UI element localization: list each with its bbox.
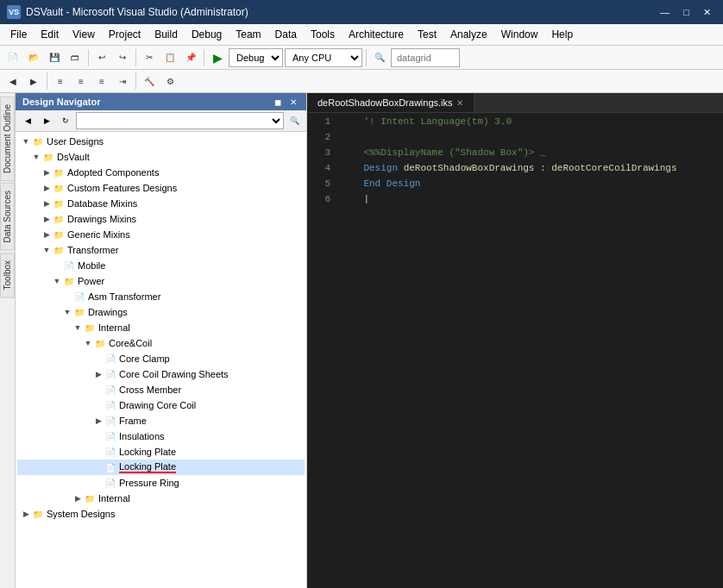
expand-custom-features[interactable]: ▶ xyxy=(41,183,52,193)
expand-drawings[interactable]: ▼ xyxy=(62,307,72,317)
tree-item-frame[interactable]: ▶ 📄 Frame xyxy=(17,413,305,428)
tree-item-custom-features[interactable]: ▶ 📁 Custom Features Designs xyxy=(17,180,305,196)
expand-dsvault[interactable]: ▼ xyxy=(31,152,41,162)
menu-help[interactable]: Help xyxy=(544,26,580,43)
minimize-button[interactable]: — xyxy=(655,7,675,18)
tree-item-drawings[interactable]: ▼ 📁 Drawings xyxy=(17,304,305,320)
nav-forward-btn[interactable]: ▶ xyxy=(38,112,55,129)
tree-view: ▼ 📁 User Designs ▼ 📁 DsVault ▶ 📁 Adopte xyxy=(16,132,306,588)
redo-btn[interactable]: ↪ xyxy=(113,48,132,67)
sidebar-tab-toolbox[interactable]: Toolbox xyxy=(0,253,15,297)
menu-edit[interactable]: Edit xyxy=(34,26,66,43)
editor-content[interactable]: 1 '! Intent Language(tm) 3.0 2 3 <%%Disp… xyxy=(307,113,723,588)
tree-item-dsvault[interactable]: ▼ 📁 DsVault xyxy=(17,149,305,165)
open-btn[interactable]: 📂 xyxy=(24,48,43,67)
tree-item-database-mixins[interactable]: ▶ 📁 Database Mixins xyxy=(17,196,305,211)
sidebar-tab-document-outline[interactable]: Document Outline xyxy=(0,97,15,181)
expand-power[interactable]: ▼ xyxy=(52,276,62,286)
nav-close-button[interactable]: ✕ xyxy=(287,97,299,107)
build-btn[interactable]: 🔨 xyxy=(140,72,159,91)
folder-icon-generic-mixins: 📁 xyxy=(52,228,66,241)
close-button[interactable]: ✕ xyxy=(698,7,716,18)
expand-frame[interactable]: ▶ xyxy=(93,416,104,426)
cut-btn[interactable]: ✂ xyxy=(140,48,159,67)
settings-btn[interactable]: ⚙ xyxy=(160,72,179,91)
tree-item-core-coil-drawing-sheets[interactable]: ▶ 📄 Core Coil Drawing Sheets xyxy=(17,366,305,382)
nav-back-btn[interactable]: ◀ xyxy=(3,72,22,91)
menu-team[interactable]: Team xyxy=(229,26,267,43)
tree-item-drawing-core-coil[interactable]: ▶ 📄 Drawing Core Coil xyxy=(17,397,305,413)
search-input[interactable] xyxy=(391,48,460,67)
expand-system-designs[interactable]: ▶ xyxy=(21,509,31,519)
tree-item-cross-member[interactable]: ▶ 📄 Cross Member xyxy=(17,382,305,397)
expand-database-mixins[interactable]: ▶ xyxy=(41,198,52,209)
tree-item-core-coil[interactable]: ▼ 📁 Core&Coil xyxy=(17,335,305,351)
tree-item-mobile[interactable]: ▶ 📄 Mobile xyxy=(17,258,305,273)
debug-dropdown[interactable]: Debug xyxy=(229,48,283,67)
align-left-btn[interactable]: ≡ xyxy=(51,72,70,91)
paste-btn[interactable]: 📌 xyxy=(181,48,200,67)
menu-architecture[interactable]: Architecture xyxy=(342,26,411,43)
expand-internal[interactable]: ▼ xyxy=(72,322,83,333)
tree-item-user-designs[interactable]: ▼ 📁 User Designs xyxy=(17,134,305,149)
copy-btn[interactable]: 📋 xyxy=(160,48,179,67)
nav-pin-button[interactable]: ◼ xyxy=(272,97,284,107)
expand-internal-2[interactable]: ▶ xyxy=(72,493,83,504)
tree-item-power[interactable]: ▼ 📁 Power xyxy=(17,273,305,289)
menu-data[interactable]: Data xyxy=(268,26,304,43)
expand-core-coil-drawing-sheets[interactable]: ▶ xyxy=(93,369,104,379)
menu-build[interactable]: Build xyxy=(148,26,185,43)
tree-item-core-clamp[interactable]: ▶ 📄 Core Clamp xyxy=(17,351,305,366)
menu-file[interactable]: File xyxy=(3,26,34,43)
expand-generic-mixins[interactable]: ▶ xyxy=(41,229,52,240)
align-center-btn[interactable]: ≡ xyxy=(72,72,91,91)
editor-tab-close[interactable]: ✕ xyxy=(456,98,463,108)
menu-analyze[interactable]: Analyze xyxy=(443,26,494,43)
menu-tools[interactable]: Tools xyxy=(304,26,342,43)
menu-debug[interactable]: Debug xyxy=(185,26,229,43)
tree-item-generic-mixins[interactable]: ▶ 📁 Generic Mixins xyxy=(17,227,305,242)
tree-item-pressure-ring[interactable]: ▶ 📄 Pressure Ring xyxy=(17,475,305,491)
menu-project[interactable]: Project xyxy=(102,26,148,43)
expand-core-coil[interactable]: ▼ xyxy=(83,338,93,348)
nav-back-btn[interactable]: ◀ xyxy=(19,112,36,129)
align-right-btn[interactable]: ≡ xyxy=(92,72,111,91)
expand-user-designs[interactable]: ▼ xyxy=(21,136,31,147)
tree-item-system-designs[interactable]: ▶ 📁 System Designs xyxy=(17,506,305,522)
nav-dropdown[interactable] xyxy=(76,112,284,129)
save-btn[interactable]: 💾 xyxy=(45,48,64,67)
menu-view[interactable]: View xyxy=(66,26,102,43)
code-line-1: 1 '! Intent Language(tm) 3.0 xyxy=(307,116,723,132)
tree-label-dsvault: DsVault xyxy=(57,152,90,162)
expand-adopted[interactable]: ▶ xyxy=(41,167,52,178)
search-icon-btn[interactable]: 🔍 xyxy=(370,48,389,67)
indent-btn[interactable]: ⇥ xyxy=(113,72,132,91)
new-file-btn[interactable]: 📄 xyxy=(3,48,22,67)
tree-item-insulations[interactable]: ▶ 📄 Insulations xyxy=(17,428,305,444)
menu-test[interactable]: Test xyxy=(411,26,443,43)
expand-drawings-mixins[interactable]: ▶ xyxy=(41,214,52,224)
tree-item-internal-2[interactable]: ▶ 📁 Internal xyxy=(17,491,305,506)
nav-fwd-btn[interactable]: ▶ xyxy=(24,72,43,91)
expand-transformer[interactable]: ▼ xyxy=(41,245,52,255)
save-all-btn[interactable]: 🗃 xyxy=(66,48,85,67)
sidebar-tab-data-sources[interactable]: Data Sources xyxy=(0,183,15,251)
menu-window[interactable]: Window xyxy=(494,26,545,43)
maximize-button[interactable]: □ xyxy=(678,7,695,18)
tree-item-asm-transformer[interactable]: ▶ 📄 Asm Transformer xyxy=(17,289,305,304)
nav-refresh-btn[interactable]: ↻ xyxy=(57,112,74,129)
undo-btn[interactable]: ↩ xyxy=(92,48,111,67)
tree-item-locking-plate-1[interactable]: ▶ 📄 Locking Plate xyxy=(17,444,305,460)
tree-item-internal[interactable]: ▼ 📁 Internal xyxy=(17,320,305,335)
separator-5 xyxy=(47,72,47,90)
nav-search-btn[interactable]: 🔍 xyxy=(286,112,303,129)
folder-icon-adopted: 📁 xyxy=(52,166,66,179)
tree-item-transformer[interactable]: ▼ 📁 Transformer xyxy=(17,242,305,258)
cpu-dropdown[interactable]: Any CPU xyxy=(285,48,362,67)
tree-item-drawings-mixins[interactable]: ▶ 📁 Drawings Mixins xyxy=(17,211,305,227)
run-btn[interactable]: ▶ xyxy=(208,48,227,67)
tree-item-locking-plate-2[interactable]: ▶ 📄 Locking Plate xyxy=(17,460,305,475)
tree-label-drawings-mixins: Drawings Mixins xyxy=(67,214,136,224)
tree-item-adopted-components[interactable]: ▶ 📁 Adopted Components xyxy=(17,165,305,180)
editor-tab-main[interactable]: deRootShadowBoxDrawings.iks ✕ xyxy=(307,93,475,112)
